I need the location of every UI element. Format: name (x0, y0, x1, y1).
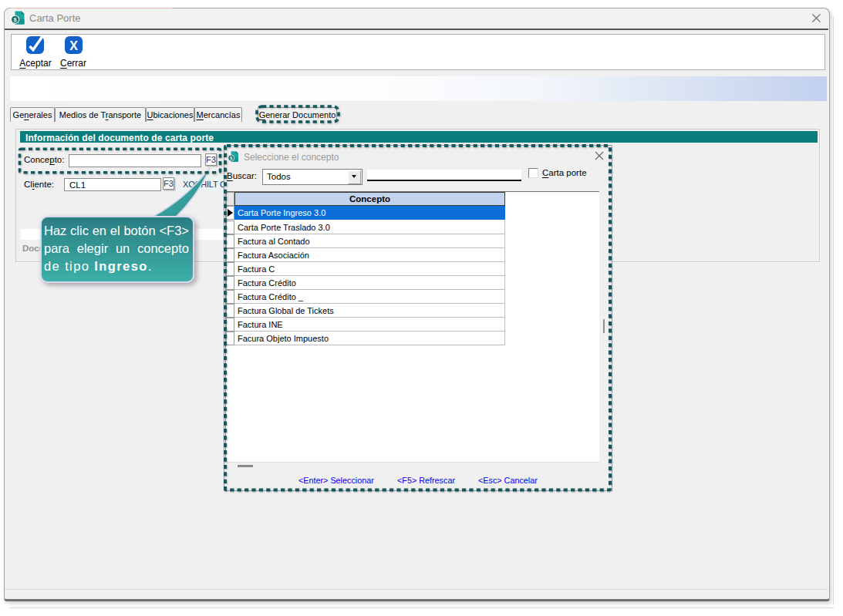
svg-text:X: X (69, 39, 78, 52)
